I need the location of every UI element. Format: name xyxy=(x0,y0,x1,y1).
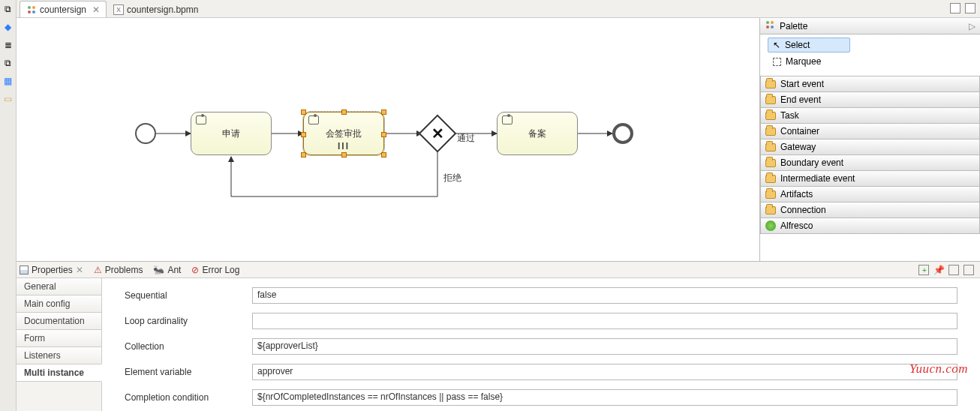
task-approve-selected[interactable]: 会签审批 III xyxy=(303,112,384,155)
view-label: Problems xyxy=(105,265,143,275)
cat-label: Task xyxy=(780,110,799,121)
folder-icon xyxy=(765,128,776,136)
element-variable-label: Element variable xyxy=(125,367,252,377)
folder-icon xyxy=(765,159,776,167)
start-event[interactable] xyxy=(135,123,156,144)
palette-panel: Palette ▷ ↖ Select Marquee Start event E… xyxy=(759,18,980,261)
folder-icon xyxy=(765,96,776,104)
svg-point-1 xyxy=(32,6,35,9)
minimize-button[interactable] xyxy=(950,3,960,14)
editor: 申请 会签审批 III ✕ 备案 通过 拒绝 Pa xyxy=(17,18,980,261)
marquee-icon xyxy=(773,58,781,66)
palette-cat-container[interactable]: Container xyxy=(760,123,980,140)
errorlog-icon: ⊘ xyxy=(191,265,199,275)
collection-label: Collection xyxy=(125,341,252,352)
cat-label: Boundary event xyxy=(780,158,843,168)
ptab-main-config[interactable]: Main config xyxy=(17,295,102,313)
toolbar-icon-5[interactable]: ▦ xyxy=(2,75,14,87)
palette-cat-artifacts[interactable]: Artifacts xyxy=(760,186,980,202)
palette-header: Palette ▷ xyxy=(760,18,980,34)
resize-handle[interactable] xyxy=(301,132,306,137)
tab-countersign-bpmn[interactable]: X countersign.bpmn xyxy=(107,1,205,17)
tab-label: countersign xyxy=(40,4,86,15)
toolbar-icon-3[interactable]: ≣ xyxy=(2,39,14,51)
palette-cat-intermediate-event[interactable]: Intermediate event xyxy=(760,170,980,187)
ptab-form[interactable]: Form xyxy=(17,329,102,347)
view-ant[interactable]: 🐜 Ant xyxy=(153,265,181,275)
palette-cat-gateway[interactable]: Gateway xyxy=(760,139,980,155)
element-variable-field[interactable]: approver xyxy=(252,364,957,380)
resize-handle[interactable] xyxy=(341,110,347,115)
close-icon[interactable]: ✕ xyxy=(92,4,100,15)
tool-label: Select xyxy=(785,40,810,50)
ptab-listeners[interactable]: Listeners xyxy=(17,346,102,364)
ptab-multi-instance[interactable]: Multi instance xyxy=(17,364,102,382)
palette-tool-select[interactable]: ↖ Select xyxy=(768,38,850,52)
svg-point-0 xyxy=(28,6,31,9)
edge-label-reject: 拒绝 xyxy=(443,172,461,184)
resize-handle[interactable] xyxy=(381,152,386,158)
alfresco-icon xyxy=(765,220,776,231)
view-menu-icon[interactable]: + xyxy=(918,265,929,275)
toolbar-icon-2[interactable]: ◆ xyxy=(2,21,14,33)
user-task-icon xyxy=(502,116,513,124)
completion-condition-field[interactable]: ${nrOfCompletedInstances == nrOfInstance… xyxy=(252,389,957,406)
sequential-field[interactable]: false xyxy=(252,287,957,304)
resize-handle[interactable] xyxy=(341,152,347,158)
ptab-general[interactable]: General xyxy=(17,278,102,296)
property-tabs: General Main config Documentation Form L… xyxy=(17,278,102,411)
loop-cardinality-field[interactable] xyxy=(252,313,957,329)
end-event[interactable] xyxy=(612,123,633,144)
palette-tool-marquee[interactable]: Marquee xyxy=(768,54,975,69)
resize-handle[interactable] xyxy=(301,110,306,115)
tab-label: countersign.bpmn xyxy=(127,4,198,15)
palette-cat-end-event[interactable]: End event xyxy=(760,92,980,108)
diagram-canvas[interactable]: 申请 会签审批 III ✕ 备案 通过 拒绝 xyxy=(17,18,759,261)
task-record[interactable]: 备案 xyxy=(497,112,578,155)
user-task-icon xyxy=(308,116,319,124)
window-controls xyxy=(950,3,975,14)
ptab-documentation[interactable]: Documentation xyxy=(17,312,102,330)
gateway-x-icon: ✕ xyxy=(431,124,444,142)
palette-cat-start-event[interactable]: Start event xyxy=(760,76,980,92)
folder-icon xyxy=(765,143,776,152)
folder-icon xyxy=(765,80,776,88)
cat-label: Intermediate event xyxy=(780,173,855,184)
close-icon[interactable]: ✕ xyxy=(76,265,83,275)
task-apply[interactable]: 申请 xyxy=(191,112,272,155)
views-tab-bar: Properties ✕ ⚠ Problems 🐜 Ant ⊘ Error Lo… xyxy=(17,262,980,278)
cursor-icon: ↖ xyxy=(773,40,780,50)
resize-handle[interactable] xyxy=(381,132,386,137)
collection-field[interactable]: ${approverList} xyxy=(252,338,957,355)
view-label: Ant xyxy=(167,265,181,275)
properties-view: General Main config Documentation Form L… xyxy=(17,278,980,411)
resize-handle[interactable] xyxy=(381,110,386,115)
palette-cat-connection[interactable]: Connection xyxy=(760,202,980,218)
toolbar-icon-6[interactable]: ▭ xyxy=(2,93,14,105)
resize-handle[interactable] xyxy=(301,152,306,158)
bottom-panel: Properties ✕ ⚠ Problems 🐜 Ant ⊘ Error Lo… xyxy=(17,261,980,411)
exclusive-gateway[interactable]: ✕ xyxy=(419,115,457,153)
folder-icon xyxy=(765,206,776,214)
palette-cat-boundary-event[interactable]: Boundary event xyxy=(760,154,980,171)
toolbar-icon-1[interactable]: ⧉ xyxy=(2,3,14,15)
toolbar-icon-4[interactable]: ⧉ xyxy=(2,57,14,69)
svg-point-2 xyxy=(28,10,31,14)
loop-cardinality-label: Loop cardinality xyxy=(125,316,252,326)
tab-countersign-diagram[interactable]: countersign ✕ xyxy=(20,1,107,17)
diagram-icon xyxy=(26,4,37,15)
multi-instance-marker: III xyxy=(338,141,350,152)
folder-icon xyxy=(765,175,776,183)
view-properties[interactable]: Properties ✕ xyxy=(20,265,83,275)
svg-point-3 xyxy=(32,10,35,14)
palette-cat-task[interactable]: Task xyxy=(760,107,980,124)
palette-cat-alfresco[interactable]: Alfresco xyxy=(760,218,980,234)
view-problems[interactable]: ⚠ Problems xyxy=(94,265,143,275)
maximize-view-button[interactable] xyxy=(963,265,974,275)
chevron-right-icon[interactable]: ▷ xyxy=(969,21,975,32)
pin-icon[interactable]: 📌 xyxy=(933,265,944,275)
minimize-view-button[interactable] xyxy=(948,265,959,275)
folder-icon xyxy=(765,112,776,120)
view-errorlog[interactable]: ⊘ Error Log xyxy=(191,265,239,275)
maximize-button[interactable] xyxy=(965,3,975,14)
